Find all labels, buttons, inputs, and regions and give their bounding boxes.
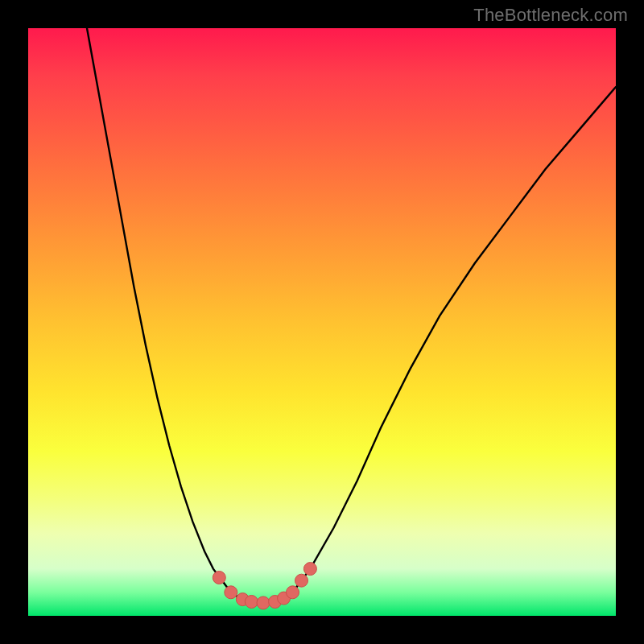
bottleneck-curve [87,28,616,604]
valley-marker-dot [245,596,258,609]
valley-marker-dot [287,586,299,599]
valley-marker-dot [213,572,225,584]
valley-marker-dot [257,597,270,609]
valley-marker-dot [225,586,237,599]
watermark-text: TheBottleneck.com [473,5,628,26]
valley-marker-dot [303,563,316,576]
valley-marker-dot [295,574,308,587]
chart-stage: TheBottleneck.com [0,0,644,644]
valley-markers [213,563,316,609]
chart-overlay [28,28,616,616]
